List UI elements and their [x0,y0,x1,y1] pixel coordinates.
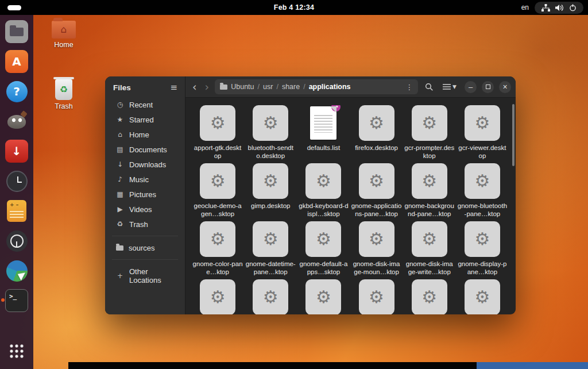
file-name-label: gimp.desktop [251,202,290,210]
hamburger-menu-icon[interactable]: ≡ [170,83,177,92]
view-toggle-button[interactable]: ▼ [440,79,459,94]
dock-item-show-applications[interactable] [5,339,29,363]
breadcrumb-usr[interactable]: usr [263,83,273,91]
sidebar-item-music[interactable]: ♪Music [108,172,182,187]
file-item[interactable]: ⚙gnome-bluetooth-pane…ktop [457,163,508,221]
keyboard-layout-indicator[interactable]: en [521,3,529,11]
location-icon [220,84,227,90]
sidebar-item-downloads[interactable]: ↓Downloads [108,157,182,172]
sidebar-item-other-locations[interactable]: +Other Locations [108,264,182,287]
forward-button[interactable]: › [203,82,212,93]
symlink-emblem-icon: ↗ [331,105,341,112]
gear-icon: ⚙ [263,230,278,248]
sidebar-item-pictures[interactable]: ▦Pictures [108,187,182,202]
star-icon: ★ [116,116,124,124]
file-item[interactable]: ⚙gnome-display-pane…ktop [457,221,508,279]
file-item[interactable]: ⚙gkbd-keyboard-displ…sktop [298,163,349,221]
system-tray[interactable] [535,2,583,14]
sidebar-item-label: sources [129,244,155,252]
file-item[interactable]: ⚙apport-gtk.desktop [192,105,243,163]
plus-icon: + [116,272,124,280]
sidebar-item-starred[interactable]: ★Starred [108,112,182,127]
file-item[interactable]: ⚙gnome-color-pane…ktop [192,221,243,279]
dock-item-terminal[interactable] [5,289,29,313]
file-name-label: firefox.desktop [355,144,398,152]
folder-icon [116,245,123,251]
gear-icon: ⚙ [474,114,490,132]
search-button[interactable] [421,79,436,94]
file-item[interactable]: ⚙gnome-mouse… [404,279,455,314]
breadcrumb-share[interactable]: share [282,83,300,91]
sidebar-item-videos[interactable]: ▶Videos [108,202,182,217]
path-bar[interactable]: Ubuntu/usr/share/applications ⋮ [215,79,418,94]
file-name-label: gcr-prompter.desktop [404,144,455,160]
application-file-icon: ⚙ [305,163,341,199]
files-window: Files ≡ ◷Recent★Starred⌂Home▤Documents↓D… [105,76,516,314]
desktop-icon-trash[interactable]: ♻ Trash [42,79,85,110]
file-item[interactable]: ⚙gcr-prompter.desktop [404,105,455,163]
file-item[interactable]: ⚙gnome-keyboard… [298,279,349,314]
maximize-button[interactable] [482,81,494,93]
file-item[interactable]: ⚙gnome-applications-pane…ktop [351,163,401,221]
dock-item-gimp[interactable] [5,109,29,133]
dock-item-downloader[interactable] [5,139,29,163]
file-item[interactable]: ⚙gcr-viewer.desktop [457,105,508,163]
desktop-icon-home[interactable]: ⌂ Home [42,21,85,49]
sidebar-item-recent[interactable]: ◷Recent [108,97,182,112]
background-window-strip-blue [477,362,588,369]
recycle-emblem-icon: ♻ [60,85,68,94]
minimize-button[interactable]: – [465,81,477,93]
application-file-icon: ⚙ [253,105,288,141]
file-item[interactable]: ⚙firefox.desktop [351,105,401,163]
dock-item-clocks[interactable] [5,169,29,193]
file-item[interactable]: ⚙gnome-datetime-pane…ktop [245,221,296,279]
sidebar-item-label: Videos [129,205,152,214]
gear-icon: ⚙ [369,230,384,248]
application-file-icon: ⚙ [200,221,235,257]
breadcrumb-separator: / [276,83,278,91]
path-menu-icon[interactable]: ⋮ [406,83,413,91]
dock-item-utility[interactable] [5,229,29,253]
file-name-label: apport-gtk.desktop [192,144,243,160]
file-item[interactable]: ⚙gnome-multitaskin… [457,279,508,314]
sidebar-item-trash[interactable]: ♻Trash [108,217,182,232]
file-item[interactable]: ⚙gnome-default-apps…sktop [298,221,349,279]
file-item[interactable]: ⚙bluetooth-sendto.desktop [245,105,296,163]
dock-item-text-editor[interactable] [5,199,29,223]
vertical-scrollbar[interactable] [512,104,514,166]
files-sidebar: Files ≡ ◷Recent★Starred⌂Home▤Documents↓D… [105,76,185,314]
breadcrumb-ubuntu[interactable]: Ubuntu [231,83,254,91]
gear-icon: ⚙ [210,172,226,190]
file-item[interactable]: ⚙gnome-initial… [245,279,296,314]
file-item[interactable]: ⚙geoclue-demo-agen…sktop [192,163,243,221]
gear-icon: ⚙ [263,114,278,132]
sidebar-item-label: Trash [129,220,148,229]
back-button[interactable]: ‹ [190,82,199,93]
close-button[interactable]: × [499,81,511,93]
sidebar-item-label: Other Locations [129,267,174,285]
dock-item-help[interactable] [5,79,29,103]
sidebar-divider [112,259,178,260]
show-applications-icon [9,344,24,359]
file-item[interactable]: ⚙gnome-info-overview… [192,279,243,314]
file-item[interactable]: ⚙gimp.desktop [245,163,296,221]
help-icon [6,81,28,102]
text-file-icon: ↗ [310,106,336,140]
file-item[interactable]: ⚙gnome-disk-image-moun…ktop [351,221,401,279]
file-name-label: gnome-display-pane…ktop [457,260,508,276]
breadcrumb-applications[interactable]: applications [309,83,351,91]
dock-item-files[interactable] [5,20,29,44]
sidebar-item-label: Pictures [129,190,156,199]
file-item[interactable]: ↗defaults.list [298,105,349,163]
sidebar-item-sources[interactable]: sources [108,240,182,255]
file-item[interactable]: ⚙gnome-language… [351,279,401,314]
file-item[interactable]: ⚙gnome-disk-image-write…ktop [404,221,455,279]
sidebar-item-documents[interactable]: ▤Documents [108,142,182,157]
dock-item-web-browser[interactable] [5,259,29,283]
clock[interactable]: Feb 4 12:34 [0,3,588,11]
file-item[interactable]: ⚙gnome-background-pane…ktop [404,163,455,221]
gear-icon: ⚙ [474,230,490,248]
sidebar-item-home[interactable]: ⌂Home [108,127,182,142]
trash-icon: ♻ [116,220,124,228]
dock-item-ubuntu-software[interactable] [5,49,29,74]
